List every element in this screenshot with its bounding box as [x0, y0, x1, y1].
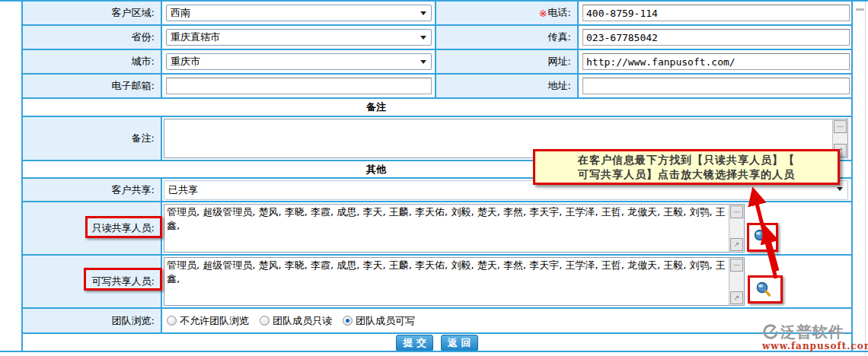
fanpu-brand-text: 泛普软件	[780, 322, 844, 342]
writable-share-textarea[interactable]: 管理员, 超级管理员, 楚风, 李晓, 李霞, 成思, 李天, 王麟, 李天佑,…	[164, 258, 729, 305]
remark-section-header: 备注	[23, 99, 851, 116]
field-writable-share: 管理员, 超级管理员, 楚风, 李晓, 李霞, 成思, 李天, 王麟, 李天佑,…	[162, 256, 851, 307]
label-readonly-share: 只读共享人员:	[23, 202, 162, 254]
chevron-down-icon	[420, 11, 426, 15]
magnifier-icon[interactable]	[755, 281, 773, 301]
team-radio-option-1[interactable]: 团队成员只读	[260, 314, 332, 328]
field-fax	[579, 26, 851, 49]
row-email-address: 电子邮箱: 地址:	[23, 75, 851, 99]
team-browse-radios: 不允许团队浏览 团队成员只读 团队成员可写	[162, 314, 415, 328]
fanpu-logo-row: 泛普软件	[762, 322, 868, 342]
row-writable-share: 可写共享人员: 管理员, 超级管理员, 楚风, 李晓, 李霞, 成思, 李天, …	[23, 256, 851, 309]
fanpu-logo-icon	[762, 324, 779, 341]
city-select-value: 重庆市	[171, 55, 200, 68]
label-customer-region: 客户区域:	[23, 2, 162, 24]
annotation-callout-line2: 可写共享人员】点击放大镜选择共享的人员	[535, 167, 838, 182]
submit-button[interactable]: 提 交	[396, 335, 433, 351]
team-radio-option-2[interactable]: 团队成员可写	[343, 314, 415, 328]
fanpu-watermark: 泛普软件 www.fanpusoft.com	[762, 322, 868, 351]
team-radio-option-0[interactable]: 不允许团队浏览	[167, 314, 249, 328]
label-fax: 传真:	[436, 26, 579, 49]
city-select[interactable]: 重庆市	[166, 53, 432, 70]
row-buttons: 提 交 返 回	[23, 334, 851, 352]
field-team-browse: 不允许团队浏览 团队成员只读 团队成员可写	[162, 309, 851, 332]
button-bar: 提 交 返 回	[23, 334, 851, 352]
row-team-browse: 团队浏览: 不允许团队浏览 团队成员只读 团队成员可写	[23, 309, 851, 334]
label-team-browse: 团队浏览:	[23, 309, 162, 332]
collapse-icon[interactable]: —	[730, 205, 743, 218]
field-province: 重庆直辖市	[162, 26, 436, 49]
required-mark: ※	[539, 8, 547, 19]
label-city: 城市:	[23, 50, 162, 73]
annotation-callout: 在客户信息最下方找到【只读共享人员】【 可写共享人员】点击放大镜选择共享的人员	[533, 149, 840, 185]
writable-textarea-scroll-strip: — ↗	[729, 258, 744, 305]
field-customer-region: 西南	[162, 2, 436, 24]
row-region-phone: 客户区域: 西南 ※ 电话:	[23, 2, 851, 26]
magnifier-icon[interactable]	[752, 228, 771, 249]
label-email: 电子邮箱:	[23, 75, 162, 97]
annotation-callout-line1: 在客户信息最下方找到【只读共享人员】【	[535, 153, 838, 167]
readonly-textarea-scroll-strip: — ↗	[729, 205, 744, 252]
province-select[interactable]: 重庆直辖市	[166, 29, 432, 46]
email-input[interactable]	[166, 78, 432, 94]
customer-share-value: 已共享	[168, 183, 198, 197]
scrollbar-edge-line	[865, 0, 866, 356]
row-province-fax: 省份: 重庆直辖市 传真:	[23, 26, 851, 50]
row-city-website: 城市: 重庆市 网址:	[23, 50, 851, 75]
field-readonly-share: 管理员, 超级管理员, 楚风, 李晓, 李霞, 成思, 李天, 王麟, 李天佑,…	[162, 202, 851, 254]
label-remark: 备注:	[23, 117, 162, 160]
collapse-icon[interactable]: —	[834, 120, 847, 133]
bottom-border-line	[0, 351, 868, 352]
field-website	[579, 50, 851, 73]
phone-input[interactable]	[582, 5, 850, 21]
website-input[interactable]	[582, 53, 850, 70]
label-phone: ※ 电话:	[436, 2, 579, 24]
fanpu-url-text: www.fanpusoft.com	[762, 341, 868, 351]
fax-input[interactable]	[582, 29, 850, 46]
province-select-value: 重庆直辖市	[171, 30, 220, 44]
scrollbar-thumb-mark[interactable]	[856, 8, 864, 11]
field-city: 重庆市	[162, 50, 436, 73]
row-remark-header: 备注	[23, 99, 851, 117]
label-customer-share: 客户共享:	[23, 179, 162, 201]
customer-info-form-page: 客户区域: 西南 ※ 电话: 省份: 重庆直辖市	[0, 0, 868, 356]
resize-icon[interactable]: ↗	[730, 238, 743, 251]
label-address: 地址:	[436, 75, 579, 97]
field-phone	[579, 2, 851, 24]
radio-icon[interactable]	[260, 316, 270, 326]
radio-icon[interactable]	[343, 316, 353, 326]
row-readonly-share: 只读共享人员: 管理员, 超级管理员, 楚风, 李晓, 李霞, 成思, 李天, …	[23, 202, 851, 256]
readonly-share-textarea-wrap: 管理员, 超级管理员, 楚风, 李晓, 李霞, 成思, 李天, 王麟, 李天佑,…	[164, 204, 745, 253]
region-select-value: 西南	[171, 6, 190, 20]
resize-icon[interactable]: ↗	[730, 291, 743, 304]
chevron-down-icon	[420, 36, 426, 40]
readonly-share-textarea[interactable]: 管理员, 超级管理员, 楚风, 李晓, 李霞, 成思, 李天, 王麟, 李天佑,…	[164, 205, 729, 252]
chevron-down-icon	[837, 187, 843, 191]
field-email	[162, 75, 436, 97]
field-address	[579, 75, 851, 97]
writable-share-textarea-wrap: 管理员, 超级管理员, 楚风, 李晓, 李霞, 成思, 李天, 王麟, 李天佑,…	[164, 257, 745, 306]
radio-icon[interactable]	[167, 316, 177, 326]
collapse-icon[interactable]: —	[730, 259, 743, 272]
label-province: 省份:	[23, 26, 162, 49]
address-input[interactable]	[582, 78, 850, 94]
label-writable-share: 可写共享人员:	[23, 256, 162, 307]
top-border-line	[0, 0, 868, 2]
region-select[interactable]: 西南	[166, 5, 432, 21]
chevron-down-icon	[420, 60, 426, 64]
label-website: 网址:	[436, 50, 579, 73]
back-button[interactable]: 返 回	[441, 335, 478, 351]
